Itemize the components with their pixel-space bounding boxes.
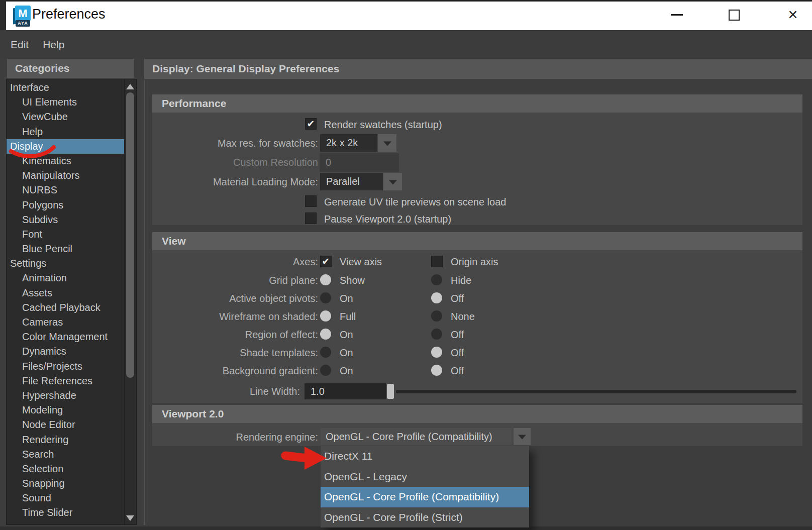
- window-title: Preferences: [32, 7, 106, 22]
- menu-edit[interactable]: Edit: [4, 39, 36, 51]
- wireframe-none-radio[interactable]: [431, 310, 442, 322]
- wireframe-full-radio[interactable]: [320, 310, 331, 322]
- grid-plane-label: Grid plane:: [152, 274, 318, 286]
- sidebar-item-display[interactable]: Display: [7, 139, 125, 154]
- sidebar-item-ui-elements[interactable]: UI Elements: [7, 95, 125, 110]
- sidebar-item-settings[interactable]: Settings: [7, 256, 125, 271]
- material-loading-dropdown[interactable]: Parallel: [320, 173, 383, 190]
- line-width-slider-handle[interactable]: [387, 384, 394, 399]
- material-loading-dropdown-button[interactable]: [383, 173, 402, 190]
- sidebar-item-dynamics[interactable]: Dynamics: [7, 344, 125, 359]
- line-width-input[interactable]: 1.0: [304, 383, 386, 399]
- shade-templates-off-label: Off: [451, 347, 464, 359]
- menu-help[interactable]: Help: [36, 39, 71, 51]
- background-gradient-on-radio[interactable]: [320, 365, 331, 376]
- menu-option-directx11[interactable]: DirectX 11: [321, 446, 529, 467]
- rendering-engine-dropdown-button[interactable]: [514, 428, 531, 445]
- minimize-button[interactable]: [665, 0, 688, 30]
- sidebar-item-cameras[interactable]: Cameras: [7, 315, 125, 330]
- background-gradient-off-label: Off: [451, 365, 464, 377]
- render-swatches-checkbox[interactable]: ✔: [305, 118, 317, 130]
- wireframe-full-label: Full: [340, 310, 356, 323]
- max-res-dropdown[interactable]: 2k x 2k: [320, 134, 377, 152]
- close-button[interactable]: ✕: [781, 0, 804, 30]
- sidebar-item-font[interactable]: Font: [7, 227, 125, 242]
- dropdown-arrow-icon: [383, 141, 391, 146]
- rendering-engine-menu: DirectX 11 OpenGL - Legacy OpenGL - Core…: [321, 446, 529, 527]
- viewport2-section-header[interactable]: Viewport 2.0: [152, 405, 802, 423]
- shade-templates-label: Shade templates:: [152, 347, 318, 359]
- categories-list: Interface UI Elements ViewCube Help Disp…: [6, 79, 137, 525]
- menu-option-opengl-core-strict[interactable]: OpenGL - Core Profile (Strict): [321, 507, 529, 528]
- sidebar-item-sound[interactable]: Sound: [7, 491, 125, 505]
- sidebar-scrollbar-thumb[interactable]: [126, 92, 134, 378]
- sidebar-item-file-references[interactable]: File References: [7, 374, 125, 388]
- sidebar-item-node-editor[interactable]: Node Editor: [7, 417, 125, 432]
- sidebar-item-files-projects[interactable]: Files/Projects: [7, 359, 125, 374]
- sidebar-item-polygons[interactable]: Polygons: [7, 198, 125, 213]
- panel-edge-line: [144, 80, 145, 525]
- sidebar-item-kinematics[interactable]: Kinematics: [7, 154, 125, 168]
- generate-uv-label: Generate UV tile previews on scene load: [324, 196, 506, 208]
- performance-section-header[interactable]: Performance: [152, 94, 802, 113]
- custom-resolution-label: Custom Resolution: [152, 156, 318, 168]
- origin-axis-checkbox[interactable]: [431, 256, 443, 267]
- rendering-engine-dropdown[interactable]: OpenGL - Core Profile (Compatibility): [321, 428, 512, 445]
- sidebar-item-manipulators[interactable]: Manipulators: [7, 168, 125, 183]
- wireframe-label: Wireframe on shaded:: [152, 310, 318, 323]
- axes-label: Axes:: [152, 256, 318, 268]
- sidebar-item-blue-pencil[interactable]: Blue Pencil: [7, 242, 125, 256]
- region-effect-off-radio[interactable]: [431, 329, 442, 340]
- sidebar-item-subdivs[interactable]: Subdivs: [7, 213, 125, 227]
- menu-option-opengl-legacy[interactable]: OpenGL - Legacy: [321, 467, 529, 487]
- maximize-button[interactable]: [722, 0, 745, 30]
- line-width-label: Line Width:: [152, 385, 300, 397]
- active-pivots-label: Active object pivots:: [152, 292, 318, 304]
- background-gradient-on-label: On: [340, 365, 353, 377]
- sidebar-item-animation[interactable]: Animation: [7, 271, 125, 285]
- grid-plane-hide-label: Hide: [451, 274, 471, 286]
- grid-plane-hide-radio[interactable]: [431, 274, 442, 285]
- sidebar-item-hypershade[interactable]: Hypershade: [7, 388, 125, 403]
- sidebar-item-color-management[interactable]: Color Management: [7, 330, 125, 344]
- background-gradient-off-radio[interactable]: [431, 365, 442, 376]
- sidebar-item-viewcube[interactable]: ViewCube: [7, 110, 125, 124]
- shade-templates-on-label: On: [340, 347, 353, 359]
- render-swatches-label: Render swatches (startup): [324, 119, 442, 131]
- performance-section: [152, 113, 802, 225]
- pause-viewport-checkbox[interactable]: [305, 213, 317, 224]
- view-axis-checkbox[interactable]: ✔: [320, 256, 332, 267]
- sidebar-item-assets[interactable]: Assets: [7, 286, 125, 300]
- sidebar-item-rendering[interactable]: Rendering: [7, 433, 125, 447]
- sidebar-item-nurbs[interactable]: NURBS: [7, 183, 125, 197]
- scroll-down-icon[interactable]: [126, 515, 134, 521]
- region-effect-off-label: Off: [451, 329, 464, 341]
- max-res-label: Max res. for swatches:: [152, 137, 318, 149]
- line-width-slider-track[interactable]: [396, 390, 796, 393]
- active-pivots-off-radio[interactable]: [431, 292, 442, 303]
- maya-icon-sub: AYA: [16, 20, 30, 27]
- shade-templates-on-radio[interactable]: [320, 347, 331, 358]
- sidebar-scrollbar[interactable]: [124, 79, 136, 524]
- scroll-up-icon[interactable]: [126, 84, 134, 89]
- grid-plane-show-label: Show: [340, 274, 365, 286]
- sidebar-item-help[interactable]: Help: [7, 125, 125, 139]
- generate-uv-checkbox[interactable]: [305, 195, 317, 207]
- active-pivots-on-radio[interactable]: [320, 292, 331, 303]
- sidebar-item-modeling[interactable]: Modeling: [7, 403, 125, 417]
- sidebar-item-search[interactable]: Search: [7, 447, 125, 462]
- max-res-dropdown-button[interactable]: [378, 134, 396, 152]
- menu-option-opengl-core-compatibility[interactable]: OpenGL - Core Profile (Compatibility): [321, 487, 529, 507]
- region-effect-on-radio[interactable]: [320, 329, 331, 340]
- wireframe-none-label: None: [451, 310, 475, 323]
- maya-icon-letter: M: [15, 6, 31, 21]
- active-pivots-off-label: Off: [451, 292, 464, 304]
- sidebar-item-time-slider[interactable]: Time Slider: [7, 505, 125, 520]
- sidebar-item-cached-playback[interactable]: Cached Playback: [7, 300, 125, 315]
- grid-plane-show-radio[interactable]: [320, 274, 331, 285]
- sidebar-item-selection[interactable]: Selection: [7, 462, 125, 476]
- view-section-header[interactable]: View: [152, 232, 802, 250]
- shade-templates-off-radio[interactable]: [431, 347, 442, 358]
- sidebar-item-interface[interactable]: Interface: [7, 80, 125, 95]
- sidebar-item-snapping[interactable]: Snapping: [7, 476, 125, 491]
